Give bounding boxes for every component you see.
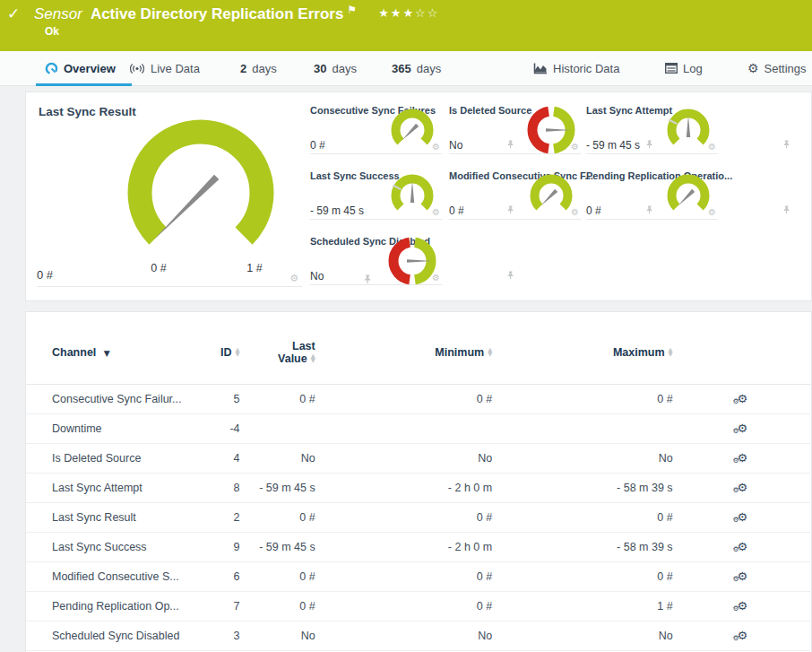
channel-name[interactable]: Scheduled Sync Disabled <box>26 621 204 650</box>
channel-settings-gear-icon[interactable]: ⚙⚙ <box>738 511 748 523</box>
channel-minimum <box>315 413 492 443</box>
col-header-id-label: ID <box>220 346 232 359</box>
pin-icon[interactable] <box>783 140 790 149</box>
tab-overview[interactable]: Overview <box>45 51 116 85</box>
channel-last-value: No <box>240 621 315 650</box>
table-row[interactable]: Modified Consecutive S... 6 0 # 0 # 0 # … <box>26 561 812 591</box>
col-header-last-value[interactable]: Last Value▲▼ <box>240 312 315 384</box>
sort-icon: ▲▼ <box>311 354 315 363</box>
channel-last-value: 0 # <box>240 561 315 591</box>
channel-name[interactable]: Pending Replication Op... <box>26 591 204 621</box>
live-data-icon <box>129 63 145 74</box>
channel-id: -4 <box>204 413 239 443</box>
tab-30-days-number: 30 <box>314 62 326 75</box>
sensor-page: ✓ SensorActive Directory Replication Err… <box>0 0 812 652</box>
gauge-title: Last Sync Attempt <box>586 105 672 116</box>
gear-icon[interactable]: ⚙ <box>708 207 716 217</box>
table-row[interactable]: Last Sync Result 2 0 # 0 # 0 # ⚙⚙ <box>26 502 812 532</box>
tab-30-days[interactable]: 30 days <box>314 51 357 85</box>
channel-name[interactable]: Last Sync Attempt <box>26 473 204 502</box>
col-header-last-label: Last <box>292 340 315 352</box>
channel-id: 3 <box>204 621 239 650</box>
channel-settings-gear-icon[interactable]: ⚙⚙ <box>738 630 748 641</box>
channel-minimum: 0 # <box>315 591 492 621</box>
stars-filled: ★★★ <box>378 6 415 20</box>
channel-minimum: - 2 h 0 m <box>315 532 492 561</box>
gauge-value: - 59 m 45 s <box>310 204 364 217</box>
table-row[interactable]: Is Deleted Source 4 No No No ⚙⚙ <box>26 443 812 473</box>
channel-last-value: No <box>240 443 315 473</box>
tab-log[interactable]: Log <box>665 51 703 85</box>
channel-settings-gear-icon[interactable]: ⚙⚙ <box>738 452 748 464</box>
main-gauge-cell: Last Sync Result 0 # 1 # 0 # ⚙ <box>37 101 302 287</box>
sort-icon: ▲▼ <box>236 348 240 357</box>
channel-settings-gear-icon[interactable]: ⚙⚙ <box>738 570 748 582</box>
priority-stars[interactable]: ★★★☆☆ <box>378 6 439 20</box>
channel-minimum: 0 # <box>315 502 492 532</box>
col-header-id[interactable]: ID▲▼ <box>204 312 239 384</box>
gauge-cell-last-sync-attempt: Last Sync Attempt - 59 m 45 s ⚙ <box>586 105 718 154</box>
channel-minimum: - 2 h 0 m <box>315 473 492 502</box>
col-header-minimum[interactable]: Minimum▲▼ <box>315 312 492 384</box>
tab-2-days-label: days <box>252 62 276 75</box>
tab-bar: Overview Live Data 2 days 30 days 365 da… <box>0 51 812 86</box>
gear-icon[interactable]: ⚙ <box>289 273 298 284</box>
channel-name[interactable]: Modified Consecutive S... <box>26 561 204 591</box>
tab-365-days[interactable]: 365 days <box>392 51 441 85</box>
table-row[interactable]: Consecutive Sync Failur... 5 0 # 0 # 0 #… <box>26 384 812 413</box>
tab-settings[interactable]: ⚙ Settings <box>747 51 807 85</box>
channel-id: 5 <box>204 384 239 413</box>
gauges-panel: Last Sync Result 0 # 1 # 0 # ⚙ Consecuti… <box>25 91 812 301</box>
gear-icon[interactable]: ⚙ <box>432 273 440 283</box>
gauge-icon <box>45 62 58 75</box>
table-row[interactable]: Pending Replication Op... 7 0 # 0 # 1 # … <box>26 591 812 621</box>
sensor-header: ✓ SensorActive Directory Replication Err… <box>0 0 812 51</box>
gear-icon[interactable]: ⚙ <box>571 207 579 217</box>
gear-icon[interactable]: ⚙ <box>432 207 440 217</box>
channel-minimum: 0 # <box>315 561 492 591</box>
object-kind-label: Sensor <box>34 5 82 22</box>
channel-settings-gear-icon[interactable]: ⚙⚙ <box>738 393 748 404</box>
channel-name[interactable]: Is Deleted Source <box>26 443 204 473</box>
channel-settings-gear-icon[interactable]: ⚙⚙ <box>738 422 748 434</box>
log-icon <box>665 63 678 74</box>
col-header-actions <box>673 312 812 384</box>
gauge-cell-is-deleted-source: Is Deleted Source No ⚙ <box>449 105 581 154</box>
channel-name[interactable]: Consecutive Sync Failur... <box>26 384 204 413</box>
tab-2-days[interactable]: 2 days <box>240 51 277 85</box>
gauge-cell-consecutive-sync-failures: Consecutive Sync Failures 0 # ⚙ <box>310 105 442 154</box>
gauge-scale-max: 1 # <box>237 262 272 274</box>
col-header-maximum[interactable]: Maximum▲▼ <box>492 312 672 384</box>
table-row[interactable]: Downtime -4 ⚙⚙ <box>26 413 812 443</box>
channel-name[interactable]: Downtime <box>26 413 204 443</box>
sort-icon: ▲▼ <box>488 348 492 357</box>
channel-last-value <box>240 413 315 443</box>
sort-icon: ▲▼ <box>669 348 673 357</box>
channel-maximum: 0 # <box>492 502 672 532</box>
channel-minimum: No <box>315 621 492 650</box>
channel-name[interactable]: Last Sync Success <box>26 532 204 561</box>
channel-last-value: - 59 m 45 s <box>240 473 315 502</box>
col-header-maximum-label: Maximum <box>613 346 665 359</box>
channel-table-panel: Channel ▼ ID▲▼ Last Value▲▼ Minimum▲▼ Ma <box>25 311 812 652</box>
pin-icon[interactable] <box>507 271 514 280</box>
channel-settings-gear-icon[interactable]: ⚙⚙ <box>738 482 748 493</box>
gauge-value: 0 # <box>310 139 325 152</box>
gear-icon[interactable]: ⚙ <box>432 142 440 152</box>
col-header-channel[interactable]: Channel ▼ <box>26 312 204 384</box>
tab-historic-data[interactable]: Historic Data <box>533 51 619 85</box>
channel-name[interactable]: Last Sync Result <box>26 502 204 532</box>
gauge-scale-min: 0 # <box>141 262 177 274</box>
channel-settings-gear-icon[interactable]: ⚙⚙ <box>738 600 748 612</box>
table-row[interactable]: Last Sync Attempt 8 - 59 m 45 s - 2 h 0 … <box>26 473 812 502</box>
flag-icon[interactable]: ⚑ <box>347 4 357 16</box>
tab-live-data[interactable]: Live Data <box>129 51 200 85</box>
channel-last-value: 0 # <box>240 384 315 413</box>
channel-id: 7 <box>204 591 239 621</box>
channel-settings-gear-icon[interactable]: ⚙⚙ <box>738 541 748 552</box>
table-row[interactable]: Scheduled Sync Disabled 3 No No No ⚙⚙ <box>26 621 812 650</box>
pin-icon[interactable] <box>783 205 790 214</box>
gear-icon[interactable]: ⚙ <box>708 142 716 152</box>
gear-icon[interactable]: ⚙ <box>571 142 579 152</box>
table-row[interactable]: Last Sync Success 9 - 59 m 45 s - 2 h 0 … <box>26 532 812 561</box>
